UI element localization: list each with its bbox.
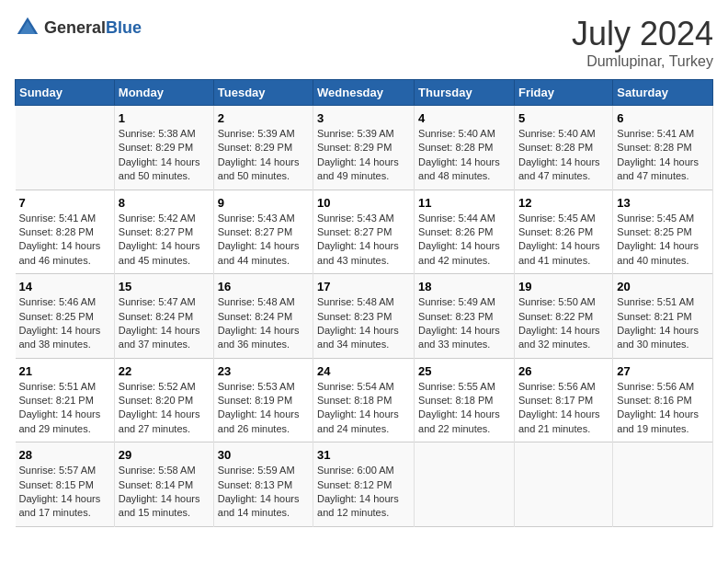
day-info: Sunrise: 5:41 AM Sunset: 8:28 PM Dayligh… — [19, 212, 110, 269]
day-number: 20 — [617, 280, 709, 293]
days-of-week-row: SundayMondayTuesdayWednesdayThursdayFrid… — [16, 80, 713, 106]
day-number: 9 — [218, 196, 309, 210]
day-info: Sunrise: 5:51 AM Sunset: 8:21 PM Dayligh… — [617, 295, 709, 352]
day-number: 16 — [218, 280, 309, 293]
day-number: 30 — [218, 448, 309, 462]
day-number: 17 — [317, 280, 410, 293]
day-info: Sunrise: 5:53 AM Sunset: 8:19 PM Dayligh… — [218, 380, 309, 437]
day-info: Sunrise: 5:51 AM Sunset: 8:21 PM Dayligh… — [19, 380, 110, 437]
calendar-cell: 10Sunrise: 5:43 AM Sunset: 8:27 PM Dayli… — [313, 190, 415, 274]
day-info: Sunrise: 5:47 AM Sunset: 8:24 PM Dayligh… — [119, 295, 210, 352]
day-number: 11 — [418, 196, 510, 210]
calendar-cell: 2Sunrise: 5:39 AM Sunset: 8:29 PM Daylig… — [213, 106, 313, 190]
calendar-cell: 22Sunrise: 5:52 AM Sunset: 8:20 PM Dayli… — [114, 358, 213, 442]
day-info: Sunrise: 5:39 AM Sunset: 8:29 PM Dayligh… — [218, 127, 309, 184]
logo-general: General — [44, 18, 106, 37]
day-number: 29 — [119, 448, 210, 462]
day-info: Sunrise: 5:56 AM Sunset: 8:17 PM Dayligh… — [518, 380, 609, 437]
calendar-cell: 8Sunrise: 5:42 AM Sunset: 8:27 PM Daylig… — [114, 190, 213, 274]
day-info: Sunrise: 5:46 AM Sunset: 8:25 PM Dayligh… — [19, 295, 110, 352]
calendar-cell: 5Sunrise: 5:40 AM Sunset: 8:28 PM Daylig… — [514, 106, 612, 190]
day-number: 10 — [317, 196, 410, 210]
calendar-cell — [16, 106, 115, 190]
day-info: Sunrise: 5:43 AM Sunset: 8:27 PM Dayligh… — [317, 212, 410, 269]
day-info: Sunrise: 5:48 AM Sunset: 8:24 PM Dayligh… — [218, 295, 309, 352]
page-title: July 2024 — [572, 15, 713, 53]
day-number: 5 — [518, 111, 609, 125]
calendar-cell: 25Sunrise: 5:55 AM Sunset: 8:18 PM Dayli… — [415, 358, 515, 442]
calendar-week-5: 28Sunrise: 5:57 AM Sunset: 8:15 PM Dayli… — [16, 442, 713, 527]
calendar-cell: 15Sunrise: 5:47 AM Sunset: 8:24 PM Dayli… — [114, 274, 213, 359]
calendar-cell: 29Sunrise: 5:58 AM Sunset: 8:14 PM Dayli… — [114, 442, 213, 527]
logo: GeneralBlue — [15, 15, 142, 40]
day-info: Sunrise: 5:59 AM Sunset: 8:13 PM Dayligh… — [218, 464, 309, 521]
calendar-cell: 9Sunrise: 5:43 AM Sunset: 8:27 PM Daylig… — [213, 190, 313, 274]
calendar-cell: 20Sunrise: 5:51 AM Sunset: 8:21 PM Dayli… — [613, 274, 713, 359]
day-info: Sunrise: 5:55 AM Sunset: 8:18 PM Dayligh… — [418, 380, 510, 437]
page-header: GeneralBlue July 2024 Dumlupinar, Turkey — [15, 15, 713, 70]
calendar-cell — [415, 442, 515, 527]
day-info: Sunrise: 5:44 AM Sunset: 8:26 PM Dayligh… — [418, 212, 510, 269]
calendar-cell: 7Sunrise: 5:41 AM Sunset: 8:28 PM Daylig… — [16, 190, 115, 274]
day-number: 19 — [518, 280, 609, 293]
day-number: 23 — [218, 364, 309, 378]
calendar-cell: 24Sunrise: 5:54 AM Sunset: 8:18 PM Dayli… — [313, 358, 415, 442]
day-info: Sunrise: 5:58 AM Sunset: 8:14 PM Dayligh… — [119, 464, 210, 521]
day-number: 3 — [317, 111, 410, 125]
calendar-cell: 11Sunrise: 5:44 AM Sunset: 8:26 PM Dayli… — [415, 190, 515, 274]
calendar-cell: 17Sunrise: 5:48 AM Sunset: 8:23 PM Dayli… — [313, 274, 415, 359]
day-number: 1 — [119, 111, 210, 125]
calendar-header: SundayMondayTuesdayWednesdayThursdayFrid… — [16, 80, 713, 106]
calendar-week-1: 1Sunrise: 5:38 AM Sunset: 8:29 PM Daylig… — [16, 106, 713, 190]
day-header-thursday: Thursday — [415, 80, 515, 106]
day-number: 12 — [518, 196, 609, 210]
day-info: Sunrise: 5:45 AM Sunset: 8:25 PM Dayligh… — [617, 212, 709, 269]
day-info: Sunrise: 5:56 AM Sunset: 8:16 PM Dayligh… — [617, 380, 709, 437]
calendar-cell: 31Sunrise: 6:00 AM Sunset: 8:12 PM Dayli… — [313, 442, 415, 527]
calendar-cell: 27Sunrise: 5:56 AM Sunset: 8:16 PM Dayli… — [613, 358, 713, 442]
day-info: Sunrise: 5:38 AM Sunset: 8:29 PM Dayligh… — [119, 127, 210, 184]
day-number: 8 — [119, 196, 210, 210]
day-header-tuesday: Tuesday — [213, 80, 313, 106]
day-number: 6 — [617, 111, 709, 125]
day-info: Sunrise: 5:45 AM Sunset: 8:26 PM Dayligh… — [518, 212, 609, 269]
day-number: 7 — [19, 196, 110, 210]
day-info: Sunrise: 5:43 AM Sunset: 8:27 PM Dayligh… — [218, 212, 309, 269]
day-number: 24 — [317, 364, 410, 378]
day-number: 28 — [19, 448, 110, 462]
day-info: Sunrise: 5:54 AM Sunset: 8:18 PM Dayligh… — [317, 380, 410, 437]
calendar-cell: 26Sunrise: 5:56 AM Sunset: 8:17 PM Dayli… — [514, 358, 612, 442]
day-info: Sunrise: 5:39 AM Sunset: 8:29 PM Dayligh… — [317, 127, 410, 184]
day-number: 27 — [617, 364, 709, 378]
calendar-week-3: 14Sunrise: 5:46 AM Sunset: 8:25 PM Dayli… — [16, 274, 713, 359]
calendar-cell: 23Sunrise: 5:53 AM Sunset: 8:19 PM Dayli… — [213, 358, 313, 442]
calendar-cell: 18Sunrise: 5:49 AM Sunset: 8:23 PM Dayli… — [415, 274, 515, 359]
day-info: Sunrise: 5:40 AM Sunset: 8:28 PM Dayligh… — [418, 127, 510, 184]
day-header-saturday: Saturday — [613, 80, 713, 106]
day-info: Sunrise: 5:57 AM Sunset: 8:15 PM Dayligh… — [19, 464, 110, 521]
calendar-cell: 1Sunrise: 5:38 AM Sunset: 8:29 PM Daylig… — [114, 106, 213, 190]
calendar-table: SundayMondayTuesdayWednesdayThursdayFrid… — [15, 79, 713, 527]
day-header-friday: Friday — [514, 80, 612, 106]
day-info: Sunrise: 5:42 AM Sunset: 8:27 PM Dayligh… — [119, 212, 210, 269]
calendar-cell: 3Sunrise: 5:39 AM Sunset: 8:29 PM Daylig… — [313, 106, 415, 190]
calendar-body: 1Sunrise: 5:38 AM Sunset: 8:29 PM Daylig… — [16, 106, 713, 527]
logo-blue: Blue — [106, 18, 142, 37]
day-number: 2 — [218, 111, 309, 125]
logo-icon — [15, 15, 40, 40]
day-info: Sunrise: 5:50 AM Sunset: 8:22 PM Dayligh… — [518, 295, 609, 352]
calendar-cell: 21Sunrise: 5:51 AM Sunset: 8:21 PM Dayli… — [16, 358, 115, 442]
day-number: 4 — [418, 111, 510, 125]
day-number: 15 — [119, 280, 210, 293]
calendar-cell: 16Sunrise: 5:48 AM Sunset: 8:24 PM Dayli… — [213, 274, 313, 359]
calendar-cell — [613, 442, 713, 527]
calendar-week-4: 21Sunrise: 5:51 AM Sunset: 8:21 PM Dayli… — [16, 358, 713, 442]
day-info: Sunrise: 5:40 AM Sunset: 8:28 PM Dayligh… — [518, 127, 609, 184]
day-info: Sunrise: 5:41 AM Sunset: 8:28 PM Dayligh… — [617, 127, 709, 184]
calendar-cell: 12Sunrise: 5:45 AM Sunset: 8:26 PM Dayli… — [514, 190, 612, 274]
day-number: 18 — [418, 280, 510, 293]
day-header-sunday: Sunday — [16, 80, 115, 106]
calendar-cell: 30Sunrise: 5:59 AM Sunset: 8:13 PM Dayli… — [213, 442, 313, 527]
day-info: Sunrise: 5:49 AM Sunset: 8:23 PM Dayligh… — [418, 295, 510, 352]
calendar-cell: 19Sunrise: 5:50 AM Sunset: 8:22 PM Dayli… — [514, 274, 612, 359]
